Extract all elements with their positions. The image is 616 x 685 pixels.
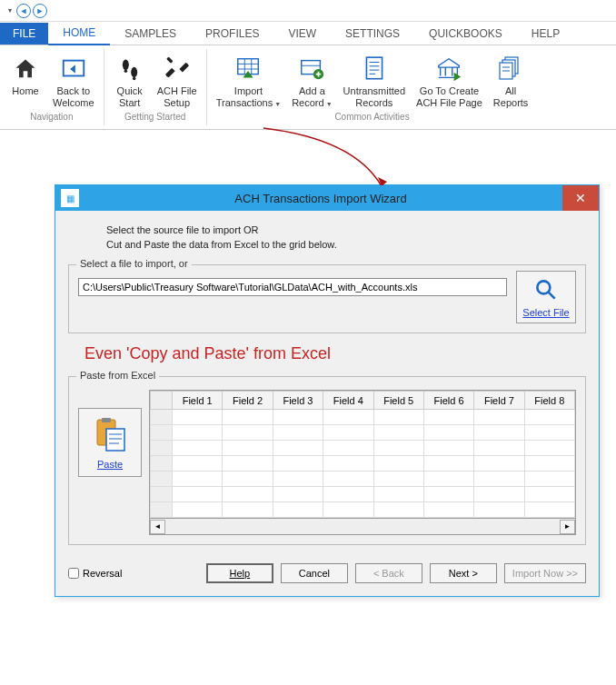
untrans-label-1: Untransmitted [343,85,405,96]
tab-home[interactable]: HOME [48,22,110,45]
import-label-2: Transactions [216,97,273,108]
achsetup-label-2: Setup [164,97,190,108]
svg-point-1 [122,60,128,71]
select-file-fieldset: Select a file to import, or Select File [68,264,586,333]
tab-quickbooks[interactable]: QUICKBOOKS [414,23,517,45]
nav-back-button[interactable]: ◄ [16,4,31,18]
grid-header-2[interactable]: Field 2 [223,392,273,410]
wizard-titlebar: ▦ ACH Transactions Import Wizard ✕ [55,185,599,211]
grid-row[interactable] [151,425,575,441]
scroll-right-button[interactable]: ► [560,520,575,534]
addrec-label-1: Add a [299,85,325,96]
svg-rect-28 [106,429,124,451]
grid-header-1[interactable]: Field 1 [173,392,223,410]
group-label-getting-started: Getting Started [108,112,203,124]
import-now-button[interactable]: Import Now >> [504,563,586,583]
import-wizard-window: ▦ ACH Transactions Import Wizard ✕ Selec… [55,184,600,597]
ach-file-setup-button[interactable]: ACH FileSetup [152,51,203,110]
reversal-checkbox-wrap[interactable]: Reversal [68,568,122,579]
wizard-instruction: Select the source file to import OR Cut … [106,223,586,252]
import-grid-icon [234,55,262,84]
svg-rect-27 [102,418,111,422]
grid-row[interactable] [151,456,575,472]
reports-label-1: All [505,85,516,96]
grid-header-5[interactable]: Field 5 [373,392,423,410]
all-reports-button[interactable]: AllReports [488,51,534,110]
document-lines-icon [362,55,387,84]
window-nav-controls: ▾ ◄ ► [0,0,616,22]
goto-create-ach-button[interactable]: Go To CreateACH File Page [411,51,488,110]
nav-forward-button[interactable]: ► [33,4,47,18]
svg-point-3 [124,70,127,74]
add-record-button[interactable]: Add aRecord▼ [286,51,337,110]
addrec-label-2: Record [292,97,323,108]
untrans-label-2: Records [355,97,392,108]
wizard-app-icon: ▦ [61,189,79,207]
back-to-welcome-button[interactable]: Back toWelcome [47,51,100,110]
select-file-legend: Select a file to import, or [76,258,192,269]
tab-profiles[interactable]: PROFILES [191,23,273,45]
tab-help[interactable]: HELP [517,23,574,45]
annotation-arrow [0,130,616,184]
paste-legend: Paste from Excel [76,370,159,381]
goto-label-1: Go To Create [420,85,479,96]
bank-icon [435,55,462,84]
tab-view[interactable]: VIEW [273,23,331,45]
grid-header-8[interactable]: Field 8 [524,392,574,410]
magnifier-icon [533,277,559,305]
nav-dropdown[interactable]: ▾ [5,6,15,15]
tab-settings[interactable]: SETTINGS [331,23,414,45]
back-label-1: Back to [56,85,90,96]
cancel-button[interactable]: Cancel [281,563,348,583]
ribbon-group-navigation: Home Back toWelcome Navigation [0,49,104,125]
wizard-title: ACH Transactions Import Wizard [79,192,562,205]
import-label-1: Import [234,85,263,96]
file-tab[interactable]: FILE [0,23,48,45]
instruction-line-2: Cut and Paste the data from Excel to the… [106,239,337,250]
svg-line-25 [549,292,555,298]
achsetup-label-1: ACH File [157,85,197,96]
untransmitted-records-button[interactable]: UntransmittedRecords [338,51,411,110]
dropdown-icon: ▼ [326,101,333,107]
select-file-button[interactable]: Select File [516,271,576,323]
grid-row[interactable] [151,472,575,487]
goto-label-2: ACH File Page [416,97,482,108]
grid-header-6[interactable]: Field 6 [423,392,473,410]
paste-button[interactable]: Paste [78,408,142,477]
wizard-footer: Reversal Help Cancel < Back Next > Impor… [68,563,586,583]
close-button[interactable]: ✕ [562,185,599,211]
home-label: Home [12,85,38,96]
svg-rect-5 [166,56,173,63]
tab-samples[interactable]: SAMPLES [110,23,191,45]
reports-label-2: Reports [493,97,529,108]
footsteps-icon [117,55,143,84]
grid-row[interactable] [151,502,575,518]
next-button[interactable]: Next > [430,563,497,583]
svg-point-2 [131,67,137,78]
quickstart-label-1: Quick [117,85,143,96]
grid-header-3[interactable]: Field 3 [273,392,323,410]
grid-hscrollbar[interactable]: ◄ ► [149,519,576,535]
grid-header-7[interactable]: Field 7 [474,392,524,410]
grid-header-4[interactable]: Field 4 [323,392,373,410]
back-label-2: Welcome [53,97,94,108]
grid-row[interactable] [151,441,575,456]
scroll-left-button[interactable]: ◄ [150,520,165,534]
group-label-navigation: Navigation [4,112,100,124]
back-button[interactable]: < Back [355,563,422,583]
grid-row[interactable] [151,487,575,502]
svg-rect-14 [366,57,382,79]
help-button[interactable]: Help [206,563,273,583]
reversal-checkbox[interactable] [68,568,79,579]
home-button[interactable]: Home [4,51,47,110]
paste-label: Paste [97,459,123,470]
ribbon: Home Back toWelcome Navigation QuickStar… [0,45,616,130]
home-icon [13,55,38,84]
file-path-input[interactable] [78,278,507,296]
import-transactions-button[interactable]: ImportTransactions▼ [211,51,287,110]
grid-row[interactable] [151,410,575,425]
reversal-label: Reversal [83,568,122,579]
clipboard-paste-icon [92,416,128,455]
paste-grid[interactable]: Field 1 Field 2 Field 3 Field 4 Field 5 … [149,390,576,519]
quick-start-button[interactable]: QuickStart [108,51,152,110]
